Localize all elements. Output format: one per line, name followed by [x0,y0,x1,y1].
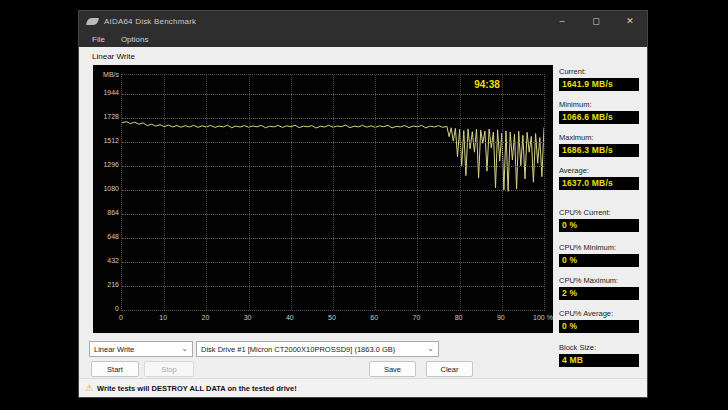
y-tick-label: 648 [95,233,119,240]
stat-group: Block Size:4 MB [559,343,641,367]
stat-label: CPU% Average: [559,309,641,318]
y-tick-label: 432 [95,257,119,264]
stat-label: Minimum: [559,100,641,109]
stat-value: 1637.0 MB/s [559,177,639,190]
v-gridline [164,75,165,310]
maximize-icon[interactable]: ◻ [579,11,613,31]
status-bar: ⚠ Write tests will DESTROY ALL DATA on t… [79,378,647,397]
benchmark-chart: MB/s 194417281512129610808646484322160 9… [93,65,553,333]
x-tick-label: 100 % [526,314,560,321]
v-gridline [333,75,334,310]
stat-value: 0 % [559,320,639,333]
v-gridline [502,75,503,310]
stat-group: Minimum:1066.6 MB/s [559,100,641,124]
drive-select[interactable]: Disk Drive #1 [Micron CT2000X10PROSSD9] … [196,341,439,357]
stat-label: Block Size: [559,343,641,352]
stat-label: Maximum: [559,133,641,142]
test-type-value: Linear Write [94,345,134,354]
stat-value: 1066.6 MB/s [559,111,639,124]
y-tick-label: 864 [95,209,119,216]
stat-group: CPU% Average:0 % [559,309,641,333]
y-tick-label: 1296 [95,161,119,168]
stat-group: Maximum:1686.3 MB/s [559,133,641,157]
x-tick-label: 70 [399,314,433,321]
y-tick-label: 0 [95,305,119,312]
stat-value: 2 % [559,287,639,300]
section-title: Linear Write [92,52,135,61]
x-tick-label: 20 [188,314,222,321]
stat-label: CPU% Maximum: [559,276,641,285]
x-tick-label: 40 [273,314,307,321]
drive-select-value: Disk Drive #1 [Micron CT2000X10PROSSD9] … [201,345,395,354]
stat-value: 1686.3 MB/s [559,144,639,157]
stat-value: 4 MB [559,354,639,367]
stat-label: CPU% Current: [559,208,641,217]
save-button[interactable]: Save [369,361,416,377]
y-tick-label: 1944 [95,89,119,96]
stop-button[interactable]: Stop [144,361,194,377]
warning-text: Write tests will DESTROY ALL DATA on the… [97,384,297,393]
v-gridline [375,75,376,310]
stat-label: CPU% Minimum: [559,243,641,252]
menubar: File Options [79,31,647,47]
plot-area: 94:38 [121,74,545,311]
v-gridline [460,75,461,310]
chevron-down-icon: ⌄ [177,346,188,352]
menu-file[interactable]: File [92,35,105,44]
stat-label: Average: [559,166,641,175]
y-tick-label: 1512 [95,137,119,144]
clear-button[interactable]: Clear [426,361,473,377]
y-tick-label: 1080 [95,185,119,192]
app-icon [86,18,99,25]
y-tick-label: 216 [95,281,119,288]
aida64-disk-benchmark-window: AIDA64 Disk Benchmark – ◻ ✕ File Options… [78,10,648,398]
chevron-down-icon: ⌄ [423,346,434,352]
x-tick-label: 0 [104,314,138,321]
x-tick-label: 30 [231,314,265,321]
v-gridline [206,75,207,310]
stat-value: 0 % [559,219,639,232]
v-gridline [417,75,418,310]
stat-label: Current: [559,67,641,76]
minimize-icon[interactable]: – [545,11,579,31]
y-tick-label: 1728 [95,113,119,120]
stat-group: Current:1641.9 MB/s [559,67,641,91]
v-gridline [249,75,250,310]
v-gridline [291,75,292,310]
close-icon[interactable]: ✕ [613,11,647,31]
stat-value: 0 % [559,254,639,267]
stat-group: CPU% Minimum:0 % [559,243,641,267]
x-tick-label: 50 [315,314,349,321]
start-button[interactable]: Start [91,361,139,377]
stat-group: CPU% Maximum:2 % [559,276,641,300]
window-title: AIDA64 Disk Benchmark [104,17,196,26]
window-controls: – ◻ ✕ [545,11,647,31]
screen: AIDA64 Disk Benchmark – ◻ ✕ File Options… [0,0,728,410]
x-tick-label: 90 [484,314,518,321]
test-type-select[interactable]: Linear Write ⌄ [89,341,193,357]
x-tick-label: 80 [442,314,476,321]
x-tick-label: 60 [357,314,391,321]
warning-icon: ⚠ [85,383,93,393]
titlebar[interactable]: AIDA64 Disk Benchmark – ◻ ✕ [79,11,647,31]
menu-options[interactable]: Options [121,35,149,44]
stat-group: Average:1637.0 MB/s [559,166,641,190]
stat-value: 1641.9 MB/s [559,78,639,91]
y-axis-unit: MB/s [95,71,119,78]
x-tick-label: 10 [146,314,180,321]
stat-group: CPU% Current:0 % [559,208,641,232]
